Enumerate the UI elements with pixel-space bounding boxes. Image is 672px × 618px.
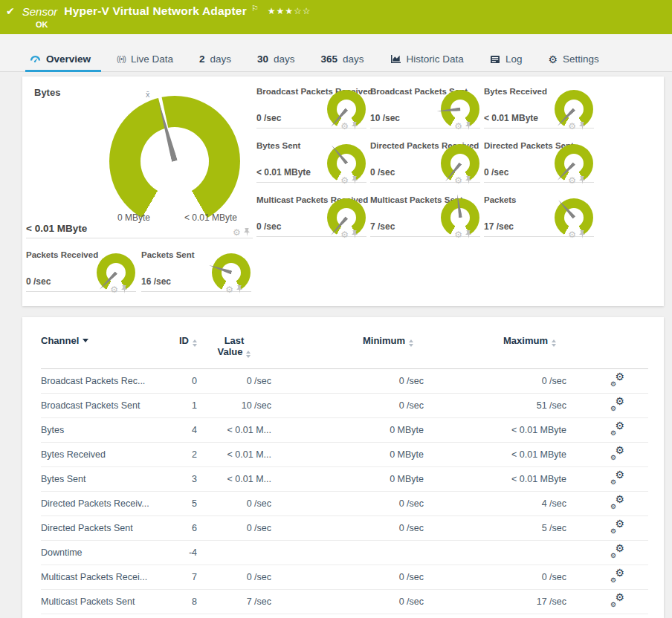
tab-label: Settings <box>563 53 599 65</box>
tab-settings[interactable]: ⚙Settings <box>548 53 598 65</box>
pin-icon[interactable] <box>236 283 243 296</box>
column-header-id[interactable]: ID <box>156 331 197 369</box>
sensor-status-badge: OK <box>36 20 48 29</box>
gear-icon[interactable]: ⚙ <box>233 228 241 237</box>
edit-channel-gears-icon[interactable]: ⚙⚙ <box>610 545 624 559</box>
last-value-cell: < 0.01 M... <box>197 418 271 443</box>
pin-icon[interactable] <box>465 174 472 187</box>
channel-id-cell: 7 <box>156 565 197 590</box>
gear-icon[interactable]: ⚙ <box>225 285 233 294</box>
channel-value: 7 /sec <box>370 221 395 232</box>
tab-label: days <box>343 53 364 65</box>
minimum-cell: 0 MByte <box>271 467 424 492</box>
pin-icon[interactable] <box>579 120 586 133</box>
primary-channel-name: Bytes <box>34 87 60 98</box>
gear-icon[interactable]: ⚙ <box>568 176 576 185</box>
gear-icon[interactable]: ⚙ <box>340 122 349 131</box>
minimum-cell: 0 /sec <box>271 492 424 516</box>
mini-gauge-panel: Directed Packets Sent0 /sec⚙ <box>484 140 598 194</box>
column-header-last-value[interactable]: Last Value <box>197 331 271 369</box>
edit-cell: ⚙⚙ <box>566 565 648 590</box>
tab-live-data[interactable]: ((•))Live Data <box>117 53 173 65</box>
channel-id-cell: 2 <box>156 443 197 467</box>
tab-overview[interactable]: Overview <box>30 53 91 65</box>
gauge-scale-min: 0 MByte <box>117 212 150 223</box>
channel-id-cell: 6 <box>156 516 197 541</box>
edit-cell: ⚙⚙ <box>566 467 648 492</box>
channel-id-cell: 1 <box>156 394 197 418</box>
priority-flag-icon[interactable]: ⚐ <box>251 4 259 13</box>
sort-icon <box>409 339 413 347</box>
edit-channel-gears-icon[interactable]: ⚙⚙ <box>610 472 624 485</box>
edit-channel-gears-icon[interactable]: ⚙⚙ <box>610 570 624 583</box>
pin-icon[interactable] <box>121 283 128 296</box>
edit-channel-gears-icon[interactable]: ⚙⚙ <box>610 496 624 510</box>
channel-name-cell: Bytes Sent <box>41 467 156 492</box>
tab-historic-data[interactable]: Historic Data <box>390 53 464 65</box>
gear-icon[interactable]: ⚙ <box>340 176 349 185</box>
channel-id-cell: -4 <box>156 541 197 565</box>
column-header-minimum[interactable]: Minimum <box>271 331 424 369</box>
primary-channel-gauge: x̄ <box>109 96 240 227</box>
channel-name-cell: Multicast Packets Sent <box>41 590 156 614</box>
channel-name-cell: Multicast Packets Recei... <box>41 565 156 590</box>
channel-name-cell: Directed Packets Receiv... <box>41 492 156 516</box>
maximum-cell: 0 /sec <box>424 565 566 590</box>
gear-icon[interactable]: ⚙ <box>454 230 462 239</box>
edit-channel-gears-icon[interactable]: ⚙⚙ <box>610 594 624 608</box>
edit-cell: ⚙⚙ <box>566 443 648 467</box>
gear-icon[interactable]: ⚙ <box>454 122 462 131</box>
last-value-cell: < 0.01 M... <box>197 443 271 467</box>
priority-stars[interactable]: ★★★☆☆ <box>268 6 311 16</box>
tab-days-30[interactable]: 30days <box>257 53 295 65</box>
channel-value: 0 /sec <box>370 167 395 178</box>
gear-icon[interactable]: ⚙ <box>340 230 349 239</box>
last-value-cell: < 0.01 M... <box>197 467 271 492</box>
channel-name-cell: Broadcast Packets Sent <box>41 394 156 418</box>
mini-gauge-panel: Packets Sent16 /sec⚙ <box>141 249 255 303</box>
tab-log[interactable]: Log <box>490 53 523 65</box>
pin-icon[interactable] <box>352 174 358 187</box>
edit-channel-gears-icon[interactable]: ⚙⚙ <box>610 423 624 436</box>
mini-gauge-panel: Multicast Packets Sent7 /sec⚙ <box>370 194 484 248</box>
pin-icon[interactable] <box>352 120 358 133</box>
tab-label: days <box>274 53 295 65</box>
mini-gauge-panel: Broadcast Packets Received0 /sec⚙ <box>256 85 370 140</box>
table-row: Bytes Sent3< 0.01 M...0 MByte< 0.01 MByt… <box>41 467 648 492</box>
pin-icon[interactable] <box>465 228 472 241</box>
channel-value: 10 /sec <box>370 113 400 123</box>
gear-icon[interactable]: ⚙ <box>568 230 576 239</box>
gear-icon[interactable]: ⚙ <box>454 176 462 185</box>
edit-channel-gears-icon[interactable]: ⚙⚙ <box>610 398 624 412</box>
channel-name: Bytes Sent <box>256 141 300 150</box>
edit-channel-gears-icon[interactable]: ⚙⚙ <box>610 447 624 461</box>
table-row: Multicast Packets Sent87 /sec0 /sec17 /s… <box>41 590 648 614</box>
maximum-cell: 17 /sec <box>424 590 566 614</box>
column-header-maximum[interactable]: Maximum <box>424 331 566 369</box>
table-row: Directed Packets Receiv...50 /sec0 /sec4… <box>41 492 648 516</box>
pin-icon[interactable] <box>244 226 251 239</box>
pin-icon[interactable] <box>579 228 586 241</box>
sort-icon <box>552 339 556 347</box>
gear-icon[interactable]: ⚙ <box>568 122 576 131</box>
maximum-cell: 0 /sec <box>424 369 566 394</box>
channel-name-cell: Broadcast Packets Rec... <box>41 369 156 394</box>
channel-name-cell: Directed Packets Sent <box>41 516 156 541</box>
channel-id-cell: 3 <box>156 467 197 492</box>
edit-channel-gears-icon[interactable]: ⚙⚙ <box>610 521 624 534</box>
pin-icon[interactable] <box>352 228 358 241</box>
tab-days-2[interactable]: 2days <box>199 53 231 65</box>
column-header-channel[interactable]: Channel <box>41 331 156 369</box>
mini-gauge-panel: Bytes Received< 0.01 MByte⚙ <box>484 85 598 140</box>
table-row: Directed Packets Sent60 /sec0 /sec5 /sec… <box>41 516 648 541</box>
gear-icon[interactable]: ⚙ <box>110 285 118 294</box>
channel-value: 0 /sec <box>26 276 51 287</box>
channel-id-cell: 0 <box>156 369 197 394</box>
edit-channel-gears-icon[interactable]: ⚙⚙ <box>610 374 624 387</box>
object-kind-label: Sensor <box>22 5 58 18</box>
edit-cell: ⚙⚙ <box>566 369 648 394</box>
tab-days-365[interactable]: 365days <box>321 53 364 65</box>
pin-icon[interactable] <box>579 174 586 187</box>
pin-icon[interactable] <box>465 120 472 133</box>
edit-cell: ⚙⚙ <box>566 516 648 541</box>
